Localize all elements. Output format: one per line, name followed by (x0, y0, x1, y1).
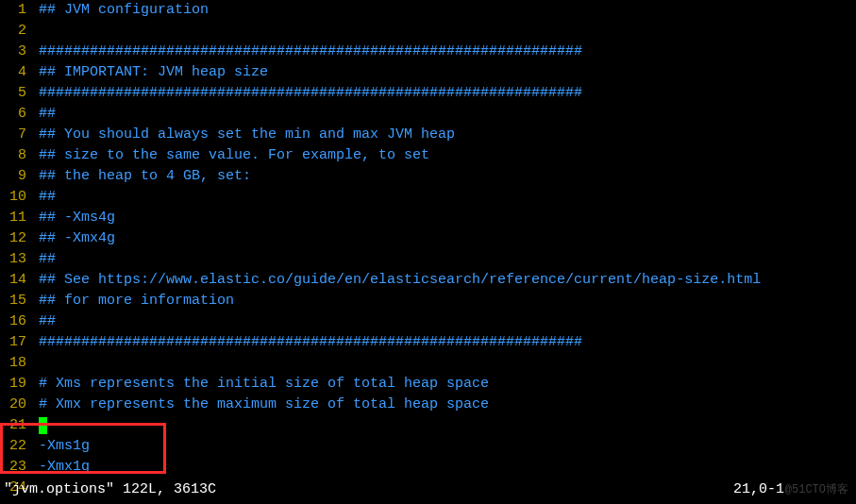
line-number: 21 (4, 415, 30, 436)
vim-status-bar: "jvm.options" 122L, 3613C 21,0-1 (4, 479, 852, 500)
code-line: 9 ## the heap to 4 GB, set: (4, 166, 856, 187)
line-number: 4 (4, 62, 30, 83)
code-text: ## -Xms4g (39, 208, 115, 228)
code-text: ## the heap to 4 GB, set: (39, 166, 251, 187)
code-text: # Xms represents the initial size of tot… (39, 374, 489, 395)
code-line: 20 # Xmx represents the maximum size of … (4, 395, 856, 415)
line-number: 6 (4, 104, 30, 125)
code-text: -Xms1g (39, 436, 90, 457)
code-line: 2 (4, 21, 856, 42)
line-number: 7 (4, 125, 30, 145)
code-text: # Xmx represents the maximum size of tot… (39, 395, 489, 415)
code-line: 4 ## IMPORTANT: JVM heap size (4, 62, 856, 83)
line-number: 17 (4, 332, 30, 353)
line-number: 9 (4, 166, 30, 187)
code-text: ########################################… (39, 332, 582, 353)
line-number: 13 (4, 249, 30, 270)
line-number: 19 (4, 374, 30, 395)
code-text: ## (39, 249, 56, 270)
editor-viewport[interactable]: 1 ## JVM configuration2 3 ##############… (0, 0, 856, 498)
line-number: 15 (4, 291, 30, 311)
code-line: 16 ## (4, 311, 856, 332)
line-number: 8 (4, 145, 30, 166)
line-number: 1 (4, 0, 30, 21)
code-line: 14 ## See https://www.elastic.co/guide/e… (4, 270, 856, 291)
cursor (39, 417, 47, 434)
line-number: 12 (4, 228, 30, 249)
status-file-info: "jvm.options" 122L, 3613C (4, 479, 216, 500)
code-line: 8 ## size to the same value. For example… (4, 145, 856, 166)
line-number: 3 (4, 42, 30, 62)
code-text: ## (39, 311, 56, 332)
line-number: 22 (4, 436, 30, 457)
code-line: 10 ## (4, 187, 856, 208)
line-number: 11 (4, 208, 30, 228)
code-line: 19 # Xms represents the initial size of … (4, 374, 856, 395)
code-text: ## (39, 187, 56, 208)
code-line: 22 -Xms1g (4, 436, 856, 457)
code-line: 7 ## You should always set the min and m… (4, 125, 856, 145)
code-text: ## IMPORTANT: JVM heap size (39, 62, 268, 83)
code-text: ## See https://www.elastic.co/guide/en/e… (39, 270, 761, 291)
code-text: ## JVM configuration (39, 0, 209, 21)
line-number: 16 (4, 311, 30, 332)
line-number: 14 (4, 270, 30, 291)
code-line: 21 (4, 415, 856, 436)
code-text (39, 415, 47, 436)
code-text: ## size to the same value. For example, … (39, 145, 429, 166)
code-line: 5 ######################################… (4, 83, 856, 104)
code-line: 1 ## JVM configuration (4, 0, 856, 21)
line-number: 2 (4, 21, 30, 42)
code-line: 3 ######################################… (4, 42, 856, 62)
code-text: ## (39, 104, 56, 125)
line-number: 20 (4, 395, 30, 415)
line-number: 10 (4, 187, 30, 208)
code-line: 13 ## (4, 249, 856, 270)
code-line: 18 (4, 353, 856, 374)
code-line: 6 ## (4, 104, 856, 125)
code-line: 11 ## -Xms4g (4, 208, 856, 228)
code-text: ########################################… (39, 83, 582, 104)
code-line: 15 ## for more information (4, 291, 856, 311)
code-text: ## for more information (39, 291, 234, 311)
watermark: @51CTO博客 (785, 479, 848, 500)
code-line: 12 ## -Xmx4g (4, 228, 856, 249)
code-line: 17 #####################################… (4, 332, 856, 353)
line-number: 5 (4, 83, 30, 104)
code-text: ## -Xmx4g (39, 228, 115, 249)
code-text: ########################################… (39, 42, 582, 62)
line-number: 18 (4, 353, 30, 374)
code-line: 23 -Xmx1g (4, 457, 856, 478)
code-text: ## You should always set the min and max… (39, 125, 455, 145)
line-number: 23 (4, 457, 30, 478)
code-text: -Xmx1g (39, 457, 90, 478)
